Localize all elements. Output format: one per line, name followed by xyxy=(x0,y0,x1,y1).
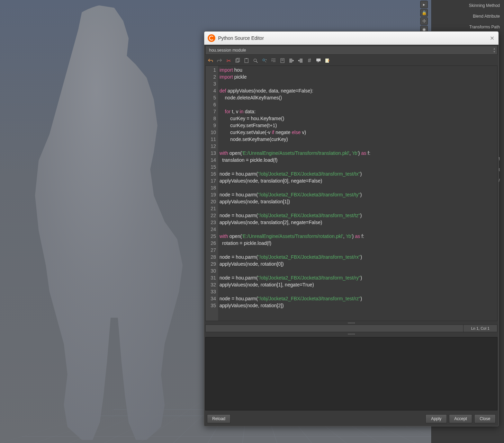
editor-title: Python Source Editor xyxy=(218,35,264,41)
svg-line-5 xyxy=(256,61,258,63)
comment-button[interactable]: # xyxy=(305,56,314,65)
splitter-handle[interactable]: •••••• xyxy=(204,321,498,325)
editor-toolbar: ✂ # xyxy=(204,56,498,65)
scroll-arrows-icon[interactable]: ▲▼ xyxy=(493,47,496,53)
svg-rect-11 xyxy=(300,59,303,63)
param-row-transforms[interactable]: Transforms Path xyxy=(432,21,504,32)
viewport-toolbar-right: ▸ 🔒 ☩ ◉ xyxy=(420,0,429,33)
button-row: Reload Apply Accept Close xyxy=(204,411,498,426)
svg-rect-10 xyxy=(289,59,292,63)
cut-button[interactable]: ✂ xyxy=(224,56,233,65)
apply-button[interactable]: Apply xyxy=(425,414,447,423)
outdent-button[interactable] xyxy=(278,56,287,65)
replace-button[interactable] xyxy=(260,56,269,65)
block-in-button[interactable] xyxy=(287,56,296,65)
houdini-logo-icon xyxy=(208,34,215,42)
line-gutter: 1234567891011121314151617181920212223242… xyxy=(206,66,218,321)
redo-button[interactable] xyxy=(215,56,224,65)
module-label: hou.session module xyxy=(209,48,246,53)
tool-icon-1[interactable]: ▸ xyxy=(420,1,428,8)
close-button[interactable]: Close xyxy=(474,414,496,423)
cursor-position: Ln 1, Col 1 xyxy=(464,325,497,332)
code-content[interactable]: import houimport pickledef applyValues(n… xyxy=(218,66,372,321)
command-input[interactable] xyxy=(205,325,464,332)
svg-point-6 xyxy=(263,59,265,61)
splitter-handle-2[interactable]: •••••• xyxy=(204,332,498,336)
accept-button[interactable]: Accept xyxy=(449,414,472,423)
bone-icon[interactable]: ☩ xyxy=(420,17,428,25)
svg-point-4 xyxy=(254,59,256,62)
lock-icon[interactable]: 🔒 xyxy=(420,9,428,17)
output-console[interactable] xyxy=(205,337,497,410)
editor-titlebar[interactable]: Python Source Editor ✕ xyxy=(204,32,498,45)
close-button[interactable]: ✕ xyxy=(489,35,495,41)
indent-button[interactable] xyxy=(269,56,278,65)
character-mesh xyxy=(24,3,204,440)
copy-button[interactable] xyxy=(233,56,242,65)
module-selector[interactable]: hou.session module ▲▼ xyxy=(205,46,497,55)
status-row: Ln 1, Col 1 xyxy=(205,325,497,332)
block-out-button[interactable] xyxy=(296,56,305,65)
param-row-blend[interactable]: Blend Attribute xyxy=(432,11,504,21)
svg-rect-3 xyxy=(246,58,247,59)
code-area: 1234567891011121314151617181920212223242… xyxy=(205,65,497,321)
undo-button[interactable] xyxy=(206,56,215,65)
svg-rect-2 xyxy=(245,59,248,63)
reload-button[interactable]: Reload xyxy=(207,414,231,423)
tooltip-button[interactable] xyxy=(314,56,323,65)
param-row-skinning[interactable]: Skinning Method xyxy=(432,0,504,11)
paste-button[interactable] xyxy=(242,56,251,65)
python-editor-window: Python Source Editor ✕ hou.session modul… xyxy=(204,31,499,426)
edit-button[interactable] xyxy=(323,56,332,65)
find-button[interactable] xyxy=(251,56,260,65)
